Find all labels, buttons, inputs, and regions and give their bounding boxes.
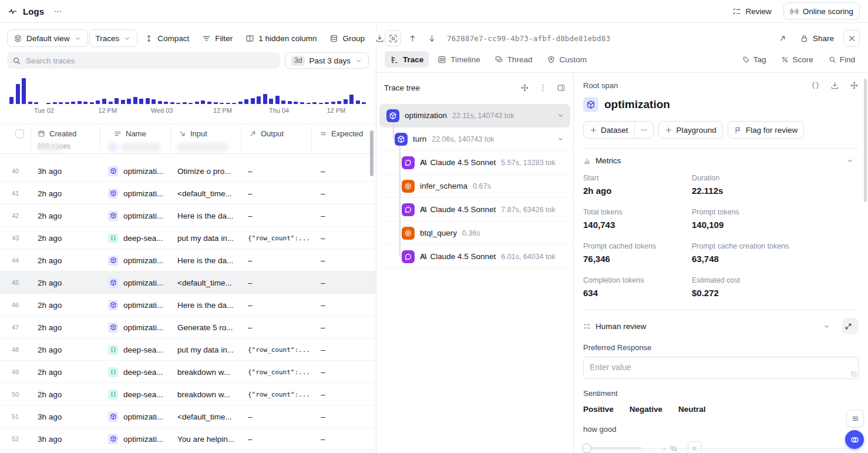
trace-tree-node[interactable]: A\Claude 4.5 Sonnet5.57s, 13283 tok [379, 151, 570, 175]
trace-id[interactable]: 762887e7-cc99-4b73-afbf-d8bde81ebd83 [447, 34, 610, 43]
detail-scrollbar[interactable] [864, 79, 867, 202]
trace-tree-node[interactable]: turn22.06s, 140743 tok [379, 127, 570, 151]
metric-label: Total tokens [583, 208, 692, 216]
metrics-section-header[interactable]: Metrics [583, 156, 859, 165]
hidden-column-button[interactable]: 1 hidden column [240, 29, 322, 47]
column-header-name[interactable]: Name [114, 129, 146, 138]
table-row[interactable]: 492h agodeep-sea...breakdown w...{"row_c… [0, 361, 376, 383]
json-view-icon[interactable] [811, 81, 820, 90]
search-input[interactable]: Search traces [7, 52, 280, 69]
tree-connector-line [393, 123, 394, 139]
cell-input: <default_time... [177, 405, 243, 428]
detail-actions: TagScoreFind [738, 51, 860, 68]
column-divider[interactable] [311, 127, 312, 150]
view-selector[interactable]: Default view [7, 29, 88, 47]
expand-review-button[interactable] [842, 318, 859, 334]
histogram-bar [183, 102, 187, 104]
cell-output: – [248, 182, 317, 204]
table-row[interactable]: 452h agooptimizati...<default_time...–– [0, 271, 376, 294]
tab-thread[interactable]: Thread [489, 51, 538, 68]
clear-score-button[interactable] [688, 441, 702, 453]
column-header-created[interactable]: Created [38, 129, 76, 138]
dataset-more-button[interactable] [634, 122, 653, 138]
table-row[interactable]: 513h agooptimizati...<default_time...–– [0, 405, 376, 428]
cell-created: 2h ago [38, 316, 102, 338]
trace-tree-node[interactable]: infer_schema0.67s [379, 175, 570, 198]
flag-for-review-button[interactable]: Flag for review [728, 121, 805, 139]
cell-output: – [248, 271, 317, 294]
online-scoring-button[interactable]: Online scoring [783, 2, 860, 20]
download-icon[interactable] [830, 81, 839, 90]
trace-tree-node[interactable]: A\Claude 4.5 Sonnet7.87s, 63426 tok [379, 198, 570, 222]
table-row[interactable]: 422h agooptimizati...Here is the da...–– [0, 204, 376, 227]
panel-toggle-icon[interactable] [557, 83, 566, 92]
table-row[interactable]: 432h agodeep-sea...put my data in...{"ro… [0, 227, 376, 249]
table-row[interactable]: 403h agooptimizati...Otimize o pro...–– [0, 160, 376, 182]
page-menu-button[interactable] [50, 2, 66, 20]
tab-custom[interactable]: Custom [541, 51, 593, 68]
table-scrollbar[interactable] [370, 130, 374, 176]
table-row[interactable]: 442h agooptimizati...Here is the da...–– [0, 249, 376, 271]
sentiment-negative-button[interactable]: Negative [630, 405, 662, 414]
trace-tree-node[interactable]: optimization22.11s, 140743 tok [379, 104, 570, 127]
metric-label: Duration [692, 174, 859, 182]
move-icon[interactable] [850, 81, 859, 90]
share-button[interactable]: Share [794, 29, 840, 47]
playground-button[interactable]: Playground [658, 121, 723, 139]
traces-selector[interactable]: Traces [89, 29, 138, 47]
layers-icon [14, 34, 22, 43]
filter-button[interactable]: Filter [196, 29, 238, 47]
column-header-expected[interactable]: Expected [319, 129, 363, 138]
select-all-checkbox[interactable] [15, 129, 24, 138]
sentiment-neutral-button[interactable]: Neutral [678, 405, 706, 414]
deep-search-icon [108, 367, 118, 377]
column-header-input[interactable]: Input [179, 129, 207, 138]
next-trace-button[interactable] [424, 29, 440, 47]
date-range-button[interactable]: 3d Past 3 days [285, 52, 369, 69]
table-row[interactable]: 412h agooptimizati...<default_time...–– [0, 182, 376, 204]
move-icon[interactable] [520, 83, 529, 92]
human-review-section-header[interactable]: Human review [583, 318, 859, 334]
cell-output: – [248, 204, 317, 227]
column-divider[interactable] [100, 127, 100, 150]
column-divider[interactable] [170, 127, 171, 150]
preferred-response-input[interactable]: Enter value [583, 357, 859, 379]
trace-tree-node[interactable]: A\Claude 4.5 Sonnet6.01s, 64034 tok [379, 245, 570, 269]
prev-trace-button[interactable] [405, 29, 420, 47]
table-row[interactable]: 482h agodeep-sea...put my data in...{"ro… [0, 338, 376, 361]
column-header-output[interactable]: Output [249, 129, 284, 138]
cell-created: 3h ago [38, 405, 102, 428]
group-button[interactable]: Group [324, 29, 371, 47]
review-button[interactable]: Review [726, 2, 777, 20]
score-button[interactable]: Score [776, 51, 817, 68]
tab-timeline[interactable]: Timeline [432, 51, 486, 68]
table-row[interactable]: 462h agooptimizati...Here is the da...–– [0, 294, 376, 316]
tag-button[interactable]: Tag [738, 51, 771, 68]
histogram-bar [244, 99, 248, 104]
trace-volume-histogram[interactable]: Tue 0212 PMWed 0312 PMThu 0412 PM [8, 75, 368, 116]
cell-name: optimizati... [108, 204, 174, 227]
resize-grip[interactable] [851, 371, 857, 377]
metric-value: 76,346 [583, 254, 692, 264]
trace-tree-node[interactable]: btql_query0.36s [379, 222, 570, 245]
kebab-menu-icon[interactable] [539, 83, 547, 92]
comments-menu-button[interactable] [846, 410, 864, 427]
sentiment-positive-button[interactable]: Positive [583, 405, 614, 414]
add-to-dataset-button[interactable]: Dataset [584, 122, 634, 138]
span-duration-tokens: 6.01s, 64034 tok [501, 253, 570, 261]
metric-label: Completion tokens [583, 276, 692, 284]
row-number: 52 [0, 428, 31, 450]
open-fullscreen-button[interactable] [775, 29, 790, 47]
close-panel-button[interactable] [843, 30, 860, 46]
deep-search-icon [108, 345, 118, 355]
table-row[interactable]: 523h agooptimizati...You are helpin...–– [0, 428, 376, 450]
compact-button[interactable]: Compact [139, 29, 195, 47]
find-button[interactable]: Find [824, 51, 860, 68]
ai-assistant-button[interactable] [845, 430, 864, 449]
focus-span-button[interactable] [385, 30, 401, 46]
table-row[interactable]: 472h agooptimizati...Generate 5 ro...–– [0, 316, 376, 338]
table-row[interactable]: 502h agodeep-sea...breakdown w...{"row_c… [0, 383, 376, 405]
tab-trace[interactable]: Trace [385, 51, 429, 68]
span-duration-tokens: 7.87s, 63426 tok [501, 206, 570, 214]
column-divider[interactable] [241, 127, 241, 150]
